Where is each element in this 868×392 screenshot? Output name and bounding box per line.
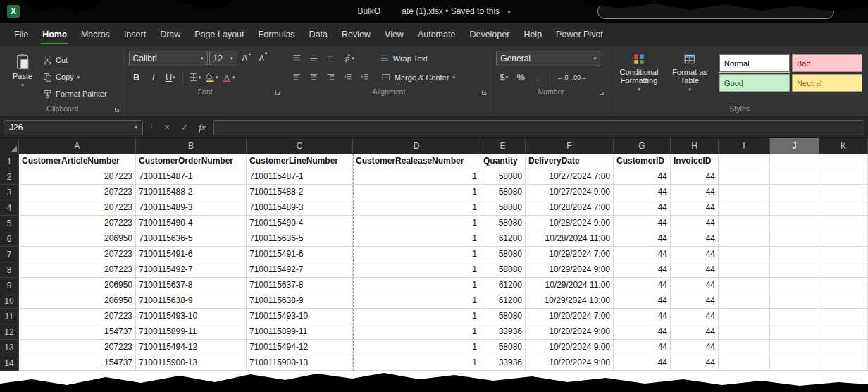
align-left-button[interactable] (290, 70, 305, 85)
cell-D4[interactable]: 1 (353, 200, 480, 216)
cell-B8[interactable]: 7100115492-7 (136, 262, 247, 278)
cell-G3[interactable]: 44 (614, 185, 671, 200)
increase-decimal-button[interactable]: ←.0 (554, 70, 570, 85)
cell-C13[interactable]: 7100115494-12 (247, 340, 353, 355)
cell-H2[interactable]: 44 (671, 169, 719, 185)
cell-E14[interactable]: 33936 (480, 355, 526, 371)
search-box[interactable] (597, 4, 834, 19)
cell-K8[interactable] (819, 262, 868, 278)
cell-D5[interactable]: 1 (353, 216, 480, 231)
cell-D12[interactable]: 1 (353, 324, 480, 340)
cell-B11[interactable]: 7100115493-10 (136, 309, 247, 324)
cell-B2[interactable]: 7100115487-1 (136, 169, 247, 185)
row-header-2[interactable]: 2 (0, 169, 19, 185)
column-header-B[interactable]: B (136, 138, 247, 154)
align-right-button[interactable] (323, 70, 339, 85)
menu-tab[interactable]: Formulas (252, 23, 302, 47)
cell-B1[interactable]: CustomerOrderNumber (136, 154, 247, 169)
row-header-5[interactable]: 5 (0, 216, 19, 231)
font-size-select[interactable]: 12 ▾ (209, 51, 237, 66)
cell-J6[interactable] (770, 231, 819, 247)
cell-G6[interactable]: 44 (614, 231, 671, 247)
cell-J4[interactable] (770, 200, 819, 216)
cell-H10[interactable]: 44 (671, 293, 719, 309)
font-color-button[interactable]: A ▾ (221, 70, 237, 85)
row-header-13[interactable]: 13 (0, 340, 19, 355)
cell-H4[interactable]: 44 (671, 200, 719, 216)
cell-J2[interactable] (770, 169, 819, 185)
menu-tab[interactable]: Automate (411, 23, 463, 47)
decrease-decimal-button[interactable]: .00→ (571, 70, 587, 85)
format-as-table-button[interactable]: Format as Table ▾ (664, 49, 715, 104)
cell-C1[interactable]: CustomerLineNumber (247, 154, 353, 169)
row-header-4[interactable]: 4 (0, 200, 19, 216)
cell-A7[interactable]: 207223 (19, 247, 136, 262)
font-dialog-launcher-icon[interactable] (275, 88, 281, 94)
cell-C4[interactable]: 7100115489-3 (247, 200, 353, 216)
decrease-indent-button[interactable] (340, 70, 356, 85)
cell-B4[interactable]: 7100115489-3 (136, 200, 247, 216)
cell-D6[interactable]: 1 (353, 231, 480, 247)
cell-F13[interactable]: 10/20/2024 9:00 (526, 340, 614, 355)
cell-D2[interactable]: 1 (353, 169, 480, 185)
style-cell[interactable]: Good (719, 74, 790, 92)
cell-I2[interactable] (719, 169, 770, 185)
cell-B7[interactable]: 7100115491-6 (136, 247, 247, 262)
cell-D13[interactable]: 1 (353, 340, 480, 355)
excel-app-icon[interactable]: X (7, 5, 20, 18)
column-header-G[interactable]: G (614, 138, 671, 154)
cell-H8[interactable]: 44 (671, 262, 719, 278)
style-cell[interactable]: Bad (792, 54, 862, 72)
borders-button[interactable]: ▾ (187, 70, 203, 85)
cell-F7[interactable]: 10/29/2024 7:00 (526, 247, 614, 262)
cell-D7[interactable]: 1 (353, 247, 480, 262)
cell-D1[interactable]: CustomerRealeaseNumber (353, 154, 480, 169)
cell-C2[interactable]: 7100115487-1 (247, 169, 353, 185)
copy-button[interactable]: Copy ▾ (41, 68, 109, 85)
font-name-select[interactable]: Calibri ▾ (129, 51, 208, 66)
row-header-3[interactable]: 3 (0, 185, 19, 200)
increase-font-button[interactable]: A▴ (239, 51, 254, 66)
select-all-corner[interactable] (0, 138, 19, 154)
cell-F4[interactable]: 10/28/2024 7:00 (526, 200, 614, 216)
cell-E8[interactable]: 58080 (480, 262, 526, 278)
cell-F12[interactable]: 10/20/2024 9:00 (526, 324, 614, 340)
cell-E9[interactable]: 61200 (480, 278, 526, 293)
cell-F6[interactable]: 10/28/2024 11:00 (526, 231, 614, 247)
cell-H3[interactable]: 44 (671, 185, 719, 200)
cell-C9[interactable]: 7100115637-8 (247, 278, 353, 293)
style-cell[interactable]: Normal (719, 54, 790, 72)
cell-J13[interactable] (770, 340, 819, 355)
cell-F5[interactable]: 10/28/2024 9:00 (526, 216, 614, 231)
cell-I5[interactable] (719, 216, 770, 231)
bold-button[interactable]: B (129, 70, 144, 85)
column-header-A[interactable]: A (19, 138, 136, 154)
cell-E3[interactable]: 58080 (480, 185, 526, 200)
increase-indent-button[interactable] (357, 70, 373, 85)
comma-format-button[interactable]: , (530, 70, 545, 85)
cell-G8[interactable]: 44 (614, 262, 671, 278)
cell-C3[interactable]: 7100115488-2 (247, 185, 353, 200)
cell-J5[interactable] (770, 216, 819, 231)
cell-K7[interactable] (819, 247, 868, 262)
cell-E7[interactable]: 58080 (480, 247, 526, 262)
cell-F11[interactable]: 10/20/2024 7:00 (526, 309, 614, 324)
column-header-J[interactable]: J (770, 138, 819, 154)
cell-K12[interactable] (819, 324, 868, 340)
cell-G12[interactable]: 44 (614, 324, 671, 340)
cancel-button[interactable]: × (161, 122, 173, 133)
cell-E11[interactable]: 58080 (480, 309, 526, 324)
cell-C5[interactable]: 7100115490-4 (247, 216, 353, 231)
cell-I8[interactable] (719, 262, 770, 278)
cell-B3[interactable]: 7100115488-2 (136, 185, 247, 200)
number-format-select[interactable]: General ▾ (496, 51, 600, 66)
cell-F14[interactable]: 10/20/2024 9:00 (526, 355, 614, 371)
row-header-1[interactable]: 1 (0, 154, 19, 169)
cell-C12[interactable]: 7100115899-11 (247, 324, 353, 340)
menu-tab[interactable]: Data (302, 23, 335, 47)
cell-G14[interactable]: 44 (614, 355, 671, 371)
cell-E6[interactable]: 61200 (480, 231, 526, 247)
cell-G4[interactable]: 44 (614, 200, 671, 216)
cell-B10[interactable]: 7100115638-9 (136, 293, 247, 309)
row-header-10[interactable]: 10 (0, 293, 19, 309)
